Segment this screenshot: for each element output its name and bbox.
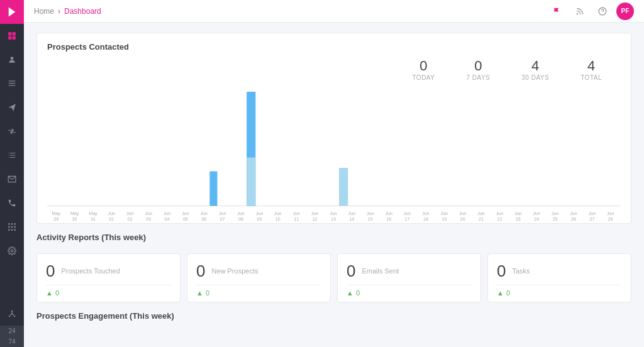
- svg-text:28: 28: [608, 216, 613, 221]
- emails-sent-value: 0: [347, 262, 355, 281]
- svg-rect-14: [14, 226, 16, 228]
- stat-total-label: TOTAL: [580, 74, 602, 81]
- svg-text:02: 02: [128, 216, 133, 221]
- new-prospects-trend: ▲ 0: [196, 285, 321, 297]
- svg-text:09: 09: [257, 216, 262, 221]
- svg-text:25: 25: [553, 216, 558, 221]
- svg-rect-7: [9, 83, 16, 84]
- svg-text:21: 21: [479, 216, 484, 221]
- activity-card-top: 0 New Prospects: [196, 262, 321, 281]
- svg-text:12: 12: [313, 216, 318, 221]
- svg-text:24: 24: [534, 216, 539, 221]
- sidebar-item-calls[interactable]: [0, 191, 24, 215]
- svg-rect-2: [13, 32, 16, 35]
- svg-text:14: 14: [349, 216, 354, 221]
- svg-text:10: 10: [275, 216, 280, 221]
- stat-total: 4 TOTAL: [580, 58, 602, 81]
- svg-text:15: 15: [368, 216, 373, 221]
- activity-card-tasks: 0 Tasks ▲ 0: [487, 253, 631, 302]
- activity-grid: 0 Prospects Touched ▲ 0 0 New Prospects …: [36, 253, 631, 302]
- rss-icon[interactable]: [571, 3, 589, 20]
- svg-point-18: [11, 250, 13, 252]
- bar-jun09-light: [247, 158, 255, 206]
- sidebar-item-mail[interactable]: [0, 167, 24, 191]
- sidebar-item-sequences[interactable]: [0, 119, 24, 143]
- stat-today-label: TODAY: [412, 74, 435, 81]
- sidebar-item-network[interactable]: [0, 302, 24, 326]
- sidebar-item-contacts[interactable]: [0, 48, 24, 72]
- tasks-trend-value: 0: [506, 289, 510, 297]
- stat-7days-value: 0: [466, 58, 490, 74]
- sidebar-item-campaigns[interactable]: [0, 96, 24, 119]
- activity-card-prospects-touched: 0 Prospects Touched ▲ 0: [36, 253, 180, 302]
- user-avatar[interactable]: PF: [616, 3, 634, 20]
- topbar-home-link[interactable]: Home: [34, 7, 54, 16]
- stat-total-value: 4: [580, 58, 602, 74]
- stat-7days-label: 7 DAYS: [466, 74, 490, 81]
- svg-text:31: 31: [91, 216, 96, 221]
- activity-card-new-prospects: 0 New Prospects ▲ 0: [187, 253, 331, 302]
- svg-text:04: 04: [165, 216, 170, 221]
- stat-30days-label: 30 DAYS: [521, 74, 549, 81]
- stats-row: 0 TODAY 0 7 DAYS 4 30 DAYS 4 TOTAL: [47, 58, 621, 81]
- sidebar-number-24: 24: [0, 326, 24, 336]
- sidebar-item-tasks[interactable]: [0, 143, 24, 167]
- stat-30days-value: 4: [521, 58, 549, 74]
- svg-rect-1: [8, 32, 11, 35]
- svg-text:29: 29: [53, 216, 58, 221]
- svg-rect-15: [8, 229, 9, 231]
- emails-sent-label: Emails Sent: [362, 267, 399, 275]
- activity-card-top: 0 Prospects Touched: [46, 262, 171, 281]
- tasks-label: Tasks: [512, 267, 530, 275]
- prospects-engagement-title: Prospects Engagement (This week): [36, 311, 631, 321]
- svg-text:22: 22: [497, 216, 502, 221]
- trend-arrow-up-icon: ▲: [347, 289, 353, 297]
- flag-icon[interactable]: [548, 3, 566, 20]
- bar-chart: May29 May30 May31 Jun01 Jun02 Jun03 Jun0…: [47, 85, 621, 223]
- svg-rect-10: [11, 223, 13, 224]
- svg-text:18: 18: [423, 216, 428, 221]
- sidebar-item-apps[interactable]: [0, 215, 24, 239]
- sidebar: 24 74: [0, 0, 24, 347]
- prospects-contacted-card: Prospects Contacted 0 TODAY 0 7 DAYS 4 3…: [36, 33, 631, 224]
- svg-text:27: 27: [589, 216, 594, 221]
- sidebar-logo[interactable]: [0, 0, 24, 24]
- sidebar-item-settings[interactable]: [0, 239, 24, 263]
- svg-marker-0: [9, 8, 16, 17]
- svg-rect-16: [11, 229, 13, 231]
- topbar-separator: ›: [58, 7, 60, 16]
- stat-7days: 0 7 DAYS: [466, 58, 490, 81]
- svg-text:16: 16: [386, 216, 391, 221]
- topbar-right-actions: PF: [548, 3, 634, 20]
- help-icon[interactable]: [594, 3, 611, 20]
- tasks-value: 0: [497, 262, 506, 281]
- activity-card-emails-sent: 0 Emails Sent ▲ 0: [337, 253, 481, 302]
- sidebar-item-dashboard[interactable]: [0, 24, 24, 48]
- tasks-trend: ▲ 0: [497, 285, 622, 297]
- svg-text:17: 17: [405, 216, 410, 221]
- svg-text:05: 05: [183, 216, 188, 221]
- svg-text:08: 08: [238, 216, 243, 221]
- new-prospects-trend-value: 0: [206, 289, 209, 297]
- trend-arrow-up-icon: ▲: [46, 289, 53, 297]
- sidebar-number-74: 74: [0, 336, 24, 347]
- svg-text:03: 03: [146, 216, 151, 221]
- prospects-contacted-title: Prospects Contacted: [47, 42, 621, 52]
- svg-text:20: 20: [460, 216, 465, 221]
- svg-rect-8: [9, 85, 16, 85]
- activity-reports-title: Activity Reports (This week): [36, 233, 631, 242]
- svg-point-21: [14, 316, 15, 317]
- svg-text:30: 30: [72, 216, 77, 221]
- stat-today-value: 0: [412, 58, 435, 74]
- emails-sent-trend-value: 0: [356, 289, 360, 297]
- svg-rect-9: [8, 223, 9, 224]
- stat-today: 0 TODAY: [412, 58, 435, 81]
- bar-jun14-light: [339, 168, 348, 206]
- svg-rect-11: [14, 223, 16, 224]
- svg-rect-12: [8, 226, 9, 228]
- new-prospects-value: 0: [196, 262, 205, 281]
- sidebar-item-lists[interactable]: [0, 72, 24, 96]
- svg-rect-6: [9, 80, 16, 81]
- svg-point-5: [11, 57, 14, 60]
- trend-arrow-up-icon: ▲: [196, 289, 203, 297]
